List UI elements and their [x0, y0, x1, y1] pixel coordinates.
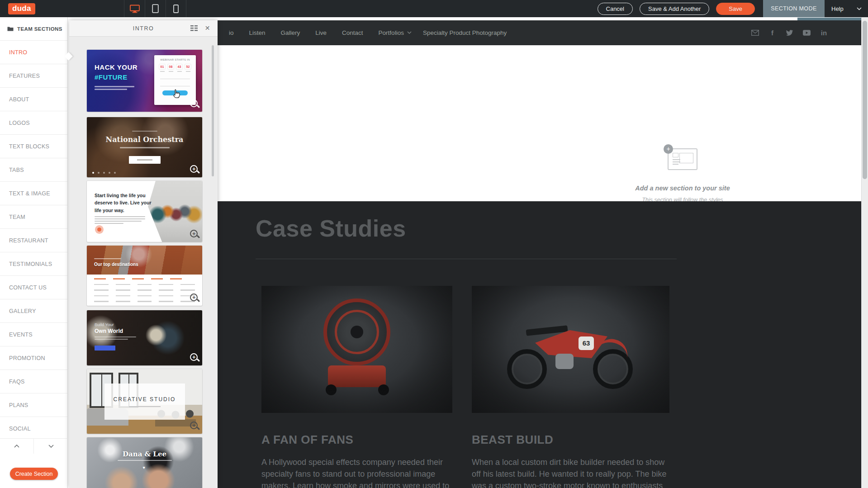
sidebar-item-logos[interactable]: LOGOS — [0, 111, 67, 134]
template-thumb-creative-studio[interactable]: CREATIVE STUDIO + — [87, 369, 202, 434]
thumb-button — [95, 346, 115, 351]
page-scrollbar[interactable] — [861, 17, 868, 488]
sidebar-item-faqs[interactable]: FAQS — [0, 370, 67, 393]
mobile-preview-button[interactable] — [166, 0, 186, 17]
zoom-preview-icon[interactable]: + — [190, 294, 198, 301]
template-thumb-dana-and-lee[interactable]: Dana & Lee ♥ — [87, 437, 202, 488]
sidebar-item-testimonials[interactable]: TESTIMONIALS — [0, 252, 67, 275]
help-menu[interactable]: Help — [825, 0, 868, 17]
template-thumb-national-orchestra[interactable]: National Orchestra + — [87, 117, 202, 177]
thumb-headline: National Orchestra — [87, 135, 202, 144]
sidebar-item-intro[interactable]: INTRO — [0, 40, 67, 64]
create-section-button[interactable]: Create Section — [10, 468, 58, 480]
nav-item-brand-cropped[interactable]: io — [221, 29, 242, 36]
plus-icon: + — [664, 144, 673, 154]
desktop-icon — [129, 4, 140, 13]
scroll-up-button[interactable] — [0, 439, 34, 454]
sidebar-item-gallery[interactable]: GALLERY — [0, 299, 67, 322]
empty-site-section[interactable]: + Add a new section to your site This se… — [218, 45, 861, 201]
sidebar-scroll-controls — [0, 438, 68, 454]
template-thumb-start-living[interactable]: Start living the life you deserve to liv… — [87, 181, 202, 242]
nav-item-gallery[interactable]: Gallery — [273, 29, 308, 36]
card-body: When a local custom dirt bike builder ne… — [472, 456, 669, 488]
tablet-preview-button[interactable] — [145, 0, 166, 17]
zoom-preview-icon[interactable]: + — [190, 165, 198, 173]
sidebar-item-features[interactable]: FEATURES — [0, 64, 67, 87]
zoom-preview-icon[interactable]: + — [190, 353, 198, 361]
mail-icon[interactable] — [751, 29, 759, 37]
duda-editor: io Listen Gallery Live Contact Portfolio… — [0, 0, 868, 488]
scrollbar-thumb[interactable] — [863, 21, 867, 179]
sidebar-item-plans[interactable]: PLANS — [0, 393, 67, 417]
heart-icon: ♥ — [143, 465, 145, 470]
sidebar-item-text-image[interactable]: TEXT & IMAGE — [0, 181, 67, 205]
duda-logo[interactable]: duda — [8, 3, 35, 14]
section-layout-icon: + — [668, 148, 697, 170]
thumb-headline-bold: Own World — [95, 328, 123, 334]
sections-sidebar: TEAM SECTIONS INTRO FEATURES ABOUT LOGOS… — [0, 17, 68, 488]
youtube-icon[interactable] — [803, 29, 811, 37]
sidebar-item-tabs[interactable]: TABS — [0, 158, 67, 181]
layout-toggle-icon[interactable] — [190, 25, 198, 31]
nav-item-portfolios[interactable]: Portfolios — [371, 29, 412, 36]
zoom-preview-icon[interactable]: + — [190, 422, 198, 429]
template-thumb-hack-your-future[interactable]: HACK YOUR #FUTURE WEBINAR STARTS IN 01 0… — [87, 50, 202, 112]
nav-item-contact[interactable]: Contact — [334, 29, 371, 36]
card-title: BEAST BUILD — [472, 433, 669, 447]
card-body: A Hollywood special effects company need… — [261, 456, 452, 488]
case-studies-title: Case Studies — [256, 215, 406, 242]
sidebar-item-team[interactable]: TEAM — [0, 205, 67, 228]
thumb-headline: CREATIVE STUDIO — [114, 396, 176, 403]
thumb-headline: Start living the life you deserve to liv… — [95, 192, 153, 214]
bike-photo: 63 — [472, 286, 669, 413]
sidebar-item-restaurant[interactable]: RESTAURANT — [0, 228, 67, 252]
sidebar-item-text-blocks[interactable]: TEXT BLOCKS — [0, 134, 67, 158]
save-button[interactable]: Save — [716, 3, 755, 15]
desktop-preview-button[interactable] — [124, 0, 145, 17]
site-nav-items: io Listen Gallery Live Contact Portfolio… — [218, 29, 514, 36]
intro-templates-panel: INTRO ✕ HACK YOUR #FUTURE WEBINAR STARTS… — [69, 20, 218, 488]
panel-scrollbar[interactable] — [212, 45, 214, 176]
scroll-down-button[interactable] — [34, 439, 68, 454]
facebook-icon[interactable]: f — [768, 29, 776, 37]
case-study-card-bike: 63 BEAST BUILD When a local custom dirt … — [472, 286, 669, 488]
topbar-actions: Cancel Save & Add Another Save SECTION M… — [598, 0, 868, 17]
zoom-preview-icon[interactable]: + — [190, 99, 198, 107]
thumb-headline: Build Your — [95, 322, 114, 327]
template-thumb-build-your-own-world[interactable]: Build Your Own World + — [87, 310, 202, 365]
linkedin-icon[interactable]: in — [820, 29, 828, 37]
divider — [256, 259, 677, 259]
site-navbar: io Listen Gallery Live Contact Portfolio… — [218, 20, 861, 45]
sidebar-item-about[interactable]: ABOUT — [0, 87, 67, 111]
nav-item-live[interactable]: Live — [308, 29, 334, 36]
close-icon[interactable]: ✕ — [205, 24, 211, 32]
template-thumb-top-destinations[interactable]: Our top destinations + — [87, 246, 202, 306]
nav-item-listen[interactable]: Listen — [242, 29, 273, 36]
thumb-headline-accent: #FUTURE — [95, 73, 128, 81]
editor-topbar: duda Cancel Save & Add — [0, 0, 868, 17]
thumb-headline: Our top destinations — [94, 262, 138, 267]
street-photo — [87, 246, 202, 275]
zoom-preview-icon[interactable]: + — [190, 230, 198, 237]
sidebar-item-promotion[interactable]: PROMOTION — [0, 346, 67, 370]
chevron-up-icon — [14, 445, 19, 448]
panel-header: INTRO ✕ — [69, 20, 218, 37]
save-add-another-button[interactable]: Save & Add Another — [640, 3, 709, 15]
chevron-down-icon — [407, 31, 412, 34]
form-field — [160, 75, 190, 79]
nav-item-specialty-product-photography[interactable]: Specialty Product Photography — [415, 29, 514, 36]
add-section-title: Add a new section to your site — [615, 185, 750, 192]
cancel-button[interactable]: Cancel — [598, 3, 633, 15]
social-links: f in — [751, 20, 828, 45]
mobile-icon — [173, 5, 179, 13]
carousel-dots — [92, 172, 116, 174]
thumb-overlay-card: CREATIVE STUDIO — [104, 384, 185, 420]
sidebar-item-social[interactable]: SOCIAL — [0, 417, 67, 440]
card-title: A FAN OF FANS — [261, 433, 452, 447]
sidebar-item-events[interactable]: EVENTS — [0, 322, 67, 346]
folder-icon — [7, 26, 14, 32]
thumb-headline: HACK YOUR — [95, 63, 138, 71]
sidebar-item-contact-us[interactable]: CONTACT US — [0, 275, 67, 299]
tablet-icon — [152, 4, 159, 13]
twitter-icon[interactable] — [786, 29, 793, 37]
